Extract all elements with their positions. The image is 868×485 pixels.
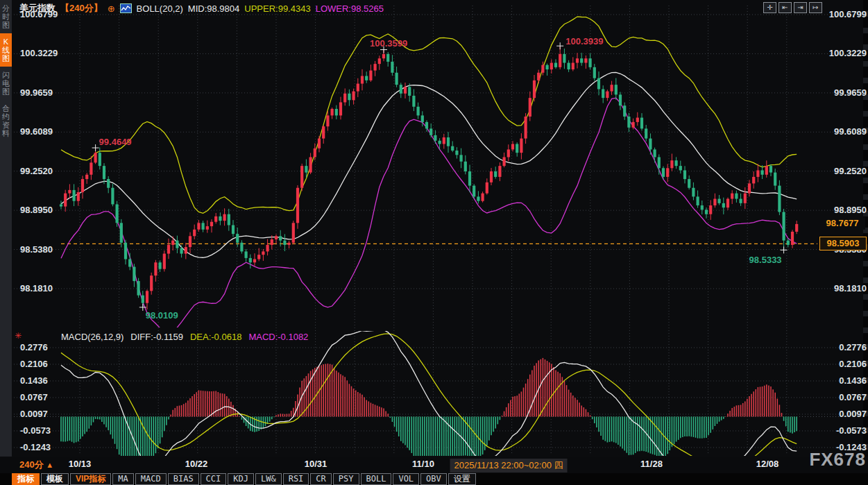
chart-style-icon[interactable]	[120, 3, 132, 13]
watermark: FX678	[809, 449, 866, 470]
price-axis-label-right: 98.1810	[821, 283, 867, 293]
xaxis-current-range-label: 2025/11/13 22:00~02:00 四	[450, 459, 568, 473]
toolbar-button-PSY[interactable]: PSY	[333, 473, 359, 485]
xaxis-date-label: 10/22	[185, 459, 208, 469]
price-axis-label-right: 99.9659	[821, 87, 867, 98]
last-price-tag: 98.7677	[819, 217, 865, 230]
price-extreme-label: 98.0109	[146, 310, 178, 321]
macd-axis-label-right: 0.0767	[821, 392, 867, 402]
macd-header: MACD(26,12,9) DIFF:-0.1159 DEA:-0.0618 M…	[61, 332, 308, 342]
price-axis-label-left: 99.6089	[20, 126, 66, 137]
chart-application-window: 分时图K线图闪电图合约资料 美元指数 【240分】 ⊕ BOLL(20,2) M…	[0, 0, 868, 485]
macd-axis-label-right: -0.0573	[821, 425, 867, 436]
xaxis-date-label: 11/28	[640, 459, 663, 469]
add-indicator-icon[interactable]: ⊕	[108, 3, 115, 14]
compress-bars-icon[interactable]: ⇤	[778, 2, 792, 13]
toolbar-button-BOLL[interactable]: BOLL	[361, 473, 392, 485]
xaxis-date-label: 11/10	[412, 459, 434, 469]
price-axis-label-right: 100.3229	[821, 48, 867, 58]
price-axis-label-left: 98.5380	[20, 244, 66, 255]
price-extreme-label: 100.3599	[370, 38, 407, 49]
toolbar-button-RSI[interactable]: RSI	[283, 473, 309, 485]
macd-axis-label-left: 0.1436	[20, 375, 66, 386]
expand-bars-icon[interactable]: ⇥	[794, 2, 807, 13]
price-axis-label-left: 100.3229	[20, 48, 66, 58]
macd-dea-value: DEA:-0.0618	[190, 332, 241, 342]
macd-axis-label-left: -0.1243	[20, 442, 66, 452]
period-selector-label: 240分	[19, 459, 44, 470]
macd-diff-value: DIFF:-0.1159	[130, 332, 183, 342]
goto-latest-icon[interactable]: ↦	[809, 2, 822, 13]
toolbar-button-模板[interactable]: 模板	[41, 473, 69, 485]
xaxis-date-label: 10/13	[69, 459, 92, 469]
price-extreme-label: 100.3939	[565, 36, 603, 46]
macd-axis-label-right: 0.0097	[821, 409, 867, 419]
boll-mid-value: MID:98.9804	[188, 3, 239, 14]
macd-bar-value: MACD:-0.1082	[248, 332, 308, 342]
macd-axis-label-left: 0.2106	[20, 359, 66, 369]
xaxis-date-label: 10/31	[305, 459, 327, 469]
toolbar-button-OBV[interactable]: OBV	[420, 473, 447, 485]
macd-axis-label-right: 0.2106	[821, 359, 867, 369]
xaxis-date-label: 12/08	[756, 459, 779, 469]
toolbar-button-LW&[interactable]: LW&	[255, 473, 282, 485]
chart-toolbox: ✛⇤⇥↦	[763, 2, 822, 13]
toolbar-button-VOL[interactable]: VOL	[393, 473, 419, 485]
toolbar-button-MA[interactable]: MA	[112, 473, 133, 485]
price-axis-label-right: 100.6799	[821, 9, 867, 19]
price-axis-label-left: 99.9659	[20, 87, 66, 98]
boll-upper-value: UPPER:99.4343	[244, 3, 310, 14]
pan-move-icon[interactable]: ✛	[763, 2, 776, 13]
macd-axis-label-left: -0.0573	[20, 425, 66, 436]
boll-lower-value: LOWER:98.5265	[316, 3, 384, 14]
price-axis-label-left: 99.2520	[20, 166, 66, 176]
price-axis-label-left: 98.1810	[20, 283, 66, 293]
price-extreme-label: 98.5333	[749, 255, 782, 265]
period-selector-arrow-icon: ▲	[46, 461, 53, 469]
candlestick-chart-canvas[interactable]	[0, 0, 868, 458]
macd-axis-label-left: 0.0767	[20, 392, 66, 402]
toolbar-button-设置[interactable]: 设置	[448, 473, 476, 485]
price-extreme-label: 99.4649	[99, 137, 132, 147]
toolbar-button-VIP指标[interactable]: VIP指标	[70, 473, 111, 485]
toolbar-button-KDJ[interactable]: KDJ	[228, 473, 254, 485]
time-axis-row: 240分 ▲ 10/1310/2210/3111/102025/11/13 22…	[0, 457, 868, 473]
period-label: 【240分】	[60, 2, 103, 15]
chart-header: 美元指数 【240分】 ⊕ BOLL(20,2) MID:98.9804 UPP…	[19, 2, 384, 15]
toolbar-button-CR[interactable]: CR	[310, 473, 331, 485]
macd-indicator-label: MACD(26,12,9)	[61, 332, 124, 342]
macd-axis-label-left: 0.2776	[20, 342, 66, 352]
symbol-name: 美元指数	[19, 2, 56, 15]
toolbar-button-CCI[interactable]: CCI	[201, 473, 227, 485]
price-axis-label-left: 98.8950	[20, 205, 66, 215]
price-axis-label-right: 99.2520	[821, 166, 867, 176]
macd-axis-label-right: 0.2776	[821, 342, 867, 352]
alert-price-tag: 98.5903	[819, 237, 867, 250]
toolbar-button-BIAS[interactable]: BIAS	[168, 473, 199, 485]
indicator-toolbar: 指标模板VIP指标MAMACDBIASCCIKDJLW&RSICRPSYBOLL…	[0, 473, 868, 485]
period-selector[interactable]: 240分 ▲	[19, 459, 53, 471]
price-axis-label-right: 98.8950	[821, 205, 867, 215]
toolbar-button-MACD[interactable]: MACD	[135, 473, 167, 485]
toolbar-button-指标[interactable]: 指标	[12, 473, 40, 485]
macd-axis-label-right: 0.1436	[821, 375, 867, 386]
macd-panel-icon[interactable]: ✳	[15, 331, 22, 341]
macd-axis-label-left: 0.0097	[20, 409, 66, 419]
boll-indicator-label: BOLL(20,2)	[137, 3, 183, 14]
price-axis-label-right: 99.6089	[821, 126, 867, 137]
